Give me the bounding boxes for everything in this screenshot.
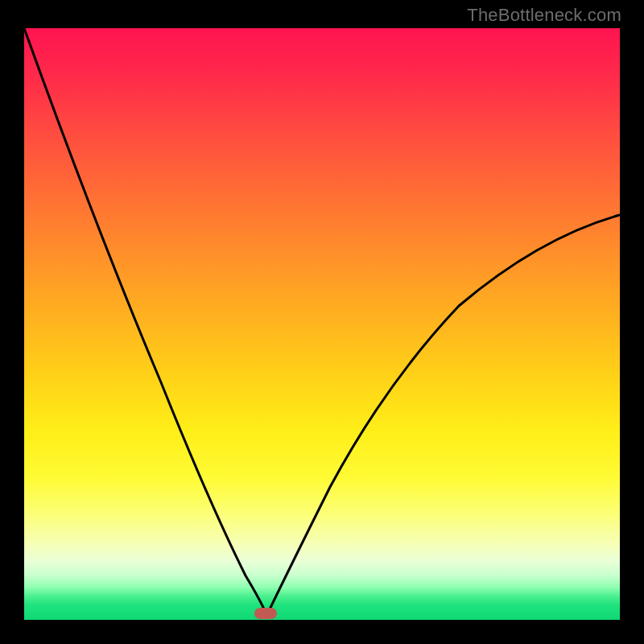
chart-frame: TheBottleneck.com [0, 0, 644, 644]
curve-layer [24, 28, 620, 620]
watermark-text: TheBottleneck.com [467, 5, 621, 26]
optimum-marker [254, 608, 277, 619]
bottleneck-curve-right [268, 215, 620, 613]
bottleneck-curve-left [24, 28, 266, 613]
plot-area [24, 28, 620, 620]
